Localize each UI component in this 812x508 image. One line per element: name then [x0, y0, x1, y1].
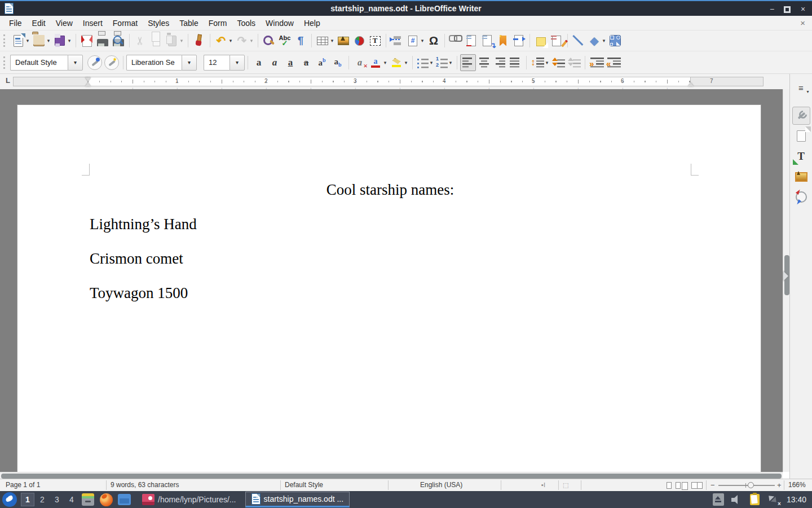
zoom-slider[interactable]	[718, 485, 775, 486]
formatting-marks-button[interactable]: ¶	[293, 32, 308, 49]
chevron-down-icon[interactable]: ▾	[420, 38, 425, 43]
document-line[interactable]: Lightning’s Hand	[90, 214, 691, 234]
horizontal-ruler[interactable]: 1234567⊥⊥⊥⊥⊥⊥⊥⊥⊥⊥⊥⊥⊥	[13, 77, 763, 86]
launcher-firefox-button[interactable]	[99, 492, 113, 507]
minimize-icon[interactable]: −	[767, 5, 776, 14]
save-button[interactable]: ▾	[52, 32, 73, 49]
language-status[interactable]: English (USA)	[420, 481, 462, 489]
new-style-button[interactable]	[104, 55, 119, 70]
toolbar-grip[interactable]	[3, 34, 7, 47]
workspace-3-button[interactable]: 3	[50, 493, 64, 506]
workspace-1-button[interactable]: 1	[21, 493, 34, 506]
application-menu-button[interactable]	[2, 492, 17, 507]
vertical-scrollbar[interactable]	[783, 89, 789, 472]
insert-field-button[interactable]: #▾	[405, 32, 426, 49]
align-right-button[interactable]	[492, 54, 508, 71]
align-center-button[interactable]	[476, 54, 492, 71]
chevron-down-icon[interactable]: ▾	[602, 38, 606, 43]
strikethrough-button[interactable]: a	[298, 54, 314, 71]
open-button[interactable]: ▾	[31, 32, 52, 49]
sidebar-settings-button[interactable]: ≡	[792, 78, 810, 97]
menu-styles[interactable]: Styles	[143, 17, 174, 29]
bold-button[interactable]: a	[251, 54, 267, 71]
chevron-down-icon[interactable]: ▾	[404, 60, 408, 65]
spelling-button[interactable]: Abc✓	[277, 32, 293, 49]
chevron-down-icon[interactable]: ▾	[545, 60, 549, 65]
line-spacing-button[interactable]: ▾	[529, 54, 550, 71]
font-name-combo[interactable]: Liberation Se ▾	[126, 55, 197, 71]
sidebar-tab-gallery[interactable]	[792, 168, 810, 186]
zoom-in-icon[interactable]: +	[777, 481, 782, 489]
chevron-down-icon[interactable]: ▾	[179, 38, 184, 43]
sidebar-tab-properties[interactable]	[792, 107, 810, 125]
special-character-button[interactable]: Ω	[426, 32, 442, 49]
sidebar-tab-navigator[interactable]	[792, 188, 810, 206]
menu-table[interactable]: Table	[175, 17, 202, 29]
new-document-button[interactable]: ▾	[10, 32, 31, 49]
sidebar-show-hide-handle[interactable]	[783, 271, 788, 281]
overwrite-mode-icon[interactable]: ▪I	[541, 481, 545, 488]
task-writer-window[interactable]: startship_names.odt ...	[245, 492, 350, 507]
close-document-icon[interactable]: ×	[800, 18, 805, 28]
track-changes-button[interactable]	[549, 32, 564, 49]
horizontal-scrollbar-thumb[interactable]	[1, 474, 782, 479]
font-size-combo[interactable]: 12 ▾	[204, 55, 245, 71]
decrease-indent-button[interactable]	[605, 54, 622, 71]
chevron-down-icon[interactable]: ▾	[67, 38, 72, 43]
cut-button[interactable]: ✂	[133, 32, 148, 49]
chevron-down-icon[interactable]: ▾	[25, 38, 30, 43]
numbered-list-button[interactable]: ▾	[435, 54, 454, 71]
insert-footnote-button[interactable]	[464, 32, 479, 49]
document-line[interactable]: Toywagon 1500	[90, 283, 691, 303]
page-break-button[interactable]	[389, 32, 405, 49]
horizontal-scrollbar[interactable]	[0, 472, 783, 479]
zoom-slider-thumb[interactable]	[748, 482, 754, 488]
chevron-down-icon[interactable]: ▾	[429, 60, 434, 65]
chevron-down-icon[interactable]: ▾	[46, 38, 51, 43]
print-preview-button[interactable]	[111, 32, 126, 49]
update-style-button[interactable]	[87, 55, 102, 70]
clipboard-manager-icon[interactable]	[750, 494, 760, 505]
show-draw-functions-button[interactable]	[607, 32, 623, 49]
book-view-button[interactable]	[691, 482, 703, 489]
italic-button[interactable]: a	[267, 54, 283, 71]
zoom-level-status[interactable]: 166%	[788, 481, 806, 489]
chevron-down-icon[interactable]: ▾	[228, 38, 233, 43]
menu-tools[interactable]: Tools	[232, 17, 260, 29]
insert-line-button[interactable]	[571, 32, 586, 49]
volume-icon[interactable]	[731, 494, 743, 505]
insert-endnote-button[interactable]	[479, 32, 495, 49]
redo-button[interactable]: ↷▾	[234, 32, 255, 49]
task-pictures-window[interactable]: /home/lynp/Pictures/...	[136, 492, 242, 507]
cross-reference-button[interactable]	[511, 32, 527, 49]
chevron-down-icon[interactable]: ▾	[383, 60, 387, 65]
menu-format[interactable]: Format	[108, 17, 142, 29]
increase-indent-button[interactable]	[588, 54, 605, 71]
insert-image-button[interactable]	[336, 32, 351, 49]
selection-mode-icon[interactable]: ⬚	[563, 481, 568, 489]
insert-textbox-button[interactable]: T	[367, 32, 383, 49]
font-size-value[interactable]: 12	[204, 55, 230, 71]
menu-window[interactable]: Window	[261, 17, 298, 29]
underline-button[interactable]: a	[283, 54, 298, 71]
menu-help[interactable]: Help	[299, 17, 325, 29]
find-replace-button[interactable]	[261, 32, 277, 49]
chevron-down-icon[interactable]: ▾	[448, 60, 453, 65]
sidebar-tab-page[interactable]	[792, 127, 810, 145]
document-heading[interactable]: Cool starship names:	[90, 180, 691, 199]
highlight-color-button[interactable]: ▾	[389, 54, 409, 71]
indent-marker-left[interactable]	[85, 77, 91, 86]
font-name-value[interactable]: Liberation Se	[126, 55, 182, 71]
font-color-button[interactable]: a▾	[368, 54, 389, 71]
removable-media-icon[interactable]	[713, 493, 724, 506]
menu-edit[interactable]: Edit	[28, 17, 50, 29]
align-justify-button[interactable]	[508, 54, 523, 71]
chevron-down-icon[interactable]: ▾	[68, 55, 83, 71]
insert-hyperlink-button[interactable]	[448, 32, 464, 49]
menu-form[interactable]: Form	[204, 17, 232, 29]
menu-insert[interactable]: Insert	[78, 17, 107, 29]
chevron-down-icon[interactable]: ▾	[230, 55, 245, 71]
decrease-paragraph-spacing-button[interactable]	[566, 54, 582, 71]
restore-icon[interactable]	[784, 6, 791, 12]
bullet-list-button[interactable]: ▾	[416, 54, 435, 71]
